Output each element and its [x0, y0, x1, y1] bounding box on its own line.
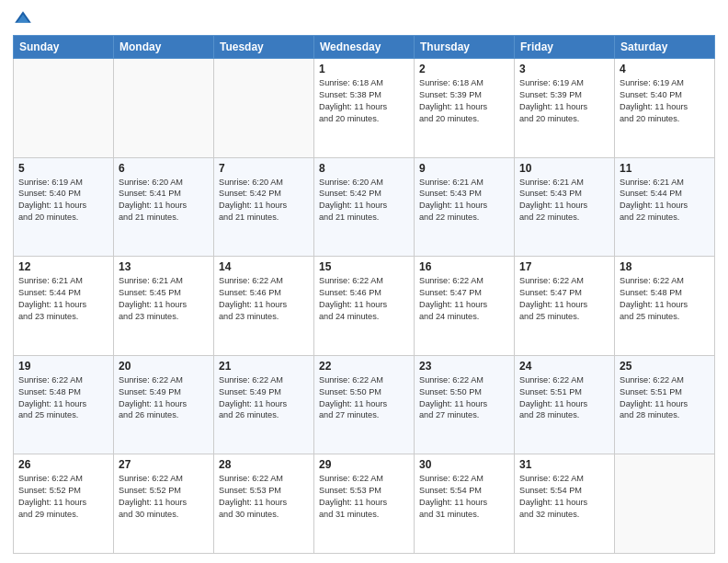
day-info: Sunrise: 6:22 AM Sunset: 5:51 PM Dayligh…: [519, 374, 609, 422]
calendar-header-row: SundayMondayTuesdayWednesdayThursdayFrid…: [14, 36, 715, 59]
calendar-cell: 31Sunrise: 6:22 AM Sunset: 5:54 PM Dayli…: [515, 454, 615, 554]
day-number: 23: [419, 360, 509, 373]
calendar-cell: [214, 59, 314, 158]
calendar-table: SundayMondayTuesdayWednesdayThursdayFrid…: [13, 35, 715, 554]
calendar-cell: 13Sunrise: 6:21 AM Sunset: 5:45 PM Dayli…: [114, 257, 214, 356]
day-number: 4: [620, 63, 710, 75]
calendar-cell: 16Sunrise: 6:22 AM Sunset: 5:47 PM Dayli…: [415, 257, 515, 356]
day-info: Sunrise: 6:21 AM Sunset: 5:45 PM Dayligh…: [119, 275, 209, 323]
calendar-cell: [14, 59, 114, 158]
calendar-cell: 24Sunrise: 6:22 AM Sunset: 5:51 PM Dayli…: [515, 355, 615, 454]
calendar-cell: 12Sunrise: 6:21 AM Sunset: 5:44 PM Dayli…: [14, 257, 114, 356]
logo-icon: [13, 9, 33, 29]
day-info: Sunrise: 6:18 AM Sunset: 5:38 PM Dayligh…: [319, 77, 409, 125]
day-number: 12: [18, 260, 108, 273]
calendar-cell: 28Sunrise: 6:22 AM Sunset: 5:53 PM Dayli…: [214, 454, 314, 554]
day-number: 31: [519, 458, 609, 471]
calendar-cell: 2Sunrise: 6:18 AM Sunset: 5:39 PM Daylig…: [415, 59, 515, 158]
day-number: 29: [319, 458, 409, 471]
day-number: 16: [419, 260, 509, 273]
day-number: 10: [519, 162, 609, 175]
day-number: 14: [219, 260, 309, 273]
calendar-cell: 1Sunrise: 6:18 AM Sunset: 5:38 PM Daylig…: [314, 59, 415, 158]
calendar-col-wednesday: Wednesday: [314, 36, 415, 59]
day-number: 8: [319, 162, 409, 175]
calendar-cell: 23Sunrise: 6:22 AM Sunset: 5:50 PM Dayli…: [415, 355, 515, 454]
day-number: 9: [419, 162, 509, 175]
day-number: 15: [319, 260, 409, 273]
calendar-cell: 27Sunrise: 6:22 AM Sunset: 5:52 PM Dayli…: [114, 454, 214, 554]
day-info: Sunrise: 6:21 AM Sunset: 5:44 PM Dayligh…: [620, 177, 710, 224]
calendar-col-saturday: Saturday: [615, 36, 715, 59]
calendar-cell: 5Sunrise: 6:19 AM Sunset: 5:40 PM Daylig…: [14, 157, 114, 257]
day-info: Sunrise: 6:22 AM Sunset: 5:52 PM Dayligh…: [18, 473, 108, 521]
calendar-col-monday: Monday: [114, 36, 214, 59]
calendar-col-tuesday: Tuesday: [214, 36, 314, 59]
day-info: Sunrise: 6:19 AM Sunset: 5:39 PM Dayligh…: [519, 77, 609, 125]
day-info: Sunrise: 6:22 AM Sunset: 5:46 PM Dayligh…: [319, 275, 409, 323]
calendar-cell: 8Sunrise: 6:20 AM Sunset: 5:42 PM Daylig…: [314, 157, 415, 257]
logo: [13, 9, 35, 29]
day-info: Sunrise: 6:20 AM Sunset: 5:42 PM Dayligh…: [319, 177, 409, 224]
day-info: Sunrise: 6:22 AM Sunset: 5:48 PM Dayligh…: [18, 374, 108, 422]
day-info: Sunrise: 6:22 AM Sunset: 5:49 PM Dayligh…: [119, 374, 209, 422]
day-info: Sunrise: 6:20 AM Sunset: 5:41 PM Dayligh…: [119, 177, 209, 224]
day-info: Sunrise: 6:18 AM Sunset: 5:39 PM Dayligh…: [419, 77, 509, 125]
calendar-cell: 26Sunrise: 6:22 AM Sunset: 5:52 PM Dayli…: [14, 454, 114, 554]
day-number: 5: [18, 162, 108, 175]
page: SundayMondayTuesdayWednesdayThursdayFrid…: [0, 0, 728, 563]
calendar-week-row: 1Sunrise: 6:18 AM Sunset: 5:38 PM Daylig…: [14, 59, 715, 158]
day-number: 25: [620, 360, 710, 373]
day-info: Sunrise: 6:22 AM Sunset: 5:47 PM Dayligh…: [419, 275, 509, 323]
calendar-cell: 18Sunrise: 6:22 AM Sunset: 5:48 PM Dayli…: [615, 257, 715, 356]
day-number: 21: [219, 360, 309, 373]
day-info: Sunrise: 6:22 AM Sunset: 5:53 PM Dayligh…: [319, 473, 409, 521]
day-info: Sunrise: 6:22 AM Sunset: 5:51 PM Dayligh…: [620, 374, 710, 422]
calendar-cell: 7Sunrise: 6:20 AM Sunset: 5:42 PM Daylig…: [214, 157, 314, 257]
day-number: 20: [119, 360, 209, 373]
day-number: 30: [419, 458, 509, 471]
day-number: 28: [219, 458, 309, 471]
calendar-cell: 3Sunrise: 6:19 AM Sunset: 5:39 PM Daylig…: [515, 59, 615, 158]
day-info: Sunrise: 6:22 AM Sunset: 5:52 PM Dayligh…: [119, 473, 209, 521]
day-number: 2: [419, 63, 509, 75]
day-info: Sunrise: 6:20 AM Sunset: 5:42 PM Dayligh…: [219, 177, 309, 224]
day-info: Sunrise: 6:22 AM Sunset: 5:50 PM Dayligh…: [419, 374, 509, 422]
day-info: Sunrise: 6:22 AM Sunset: 5:50 PM Dayligh…: [319, 374, 409, 422]
day-info: Sunrise: 6:21 AM Sunset: 5:43 PM Dayligh…: [419, 177, 509, 224]
day-info: Sunrise: 6:22 AM Sunset: 5:46 PM Dayligh…: [219, 275, 309, 323]
calendar-cell: 17Sunrise: 6:22 AM Sunset: 5:47 PM Dayli…: [515, 257, 615, 356]
calendar-cell: 25Sunrise: 6:22 AM Sunset: 5:51 PM Dayli…: [615, 355, 715, 454]
day-number: 22: [319, 360, 409, 373]
day-number: 24: [519, 360, 609, 373]
calendar-cell: 22Sunrise: 6:22 AM Sunset: 5:50 PM Dayli…: [314, 355, 415, 454]
calendar-cell: 19Sunrise: 6:22 AM Sunset: 5:48 PM Dayli…: [14, 355, 114, 454]
day-number: 3: [519, 63, 609, 75]
day-info: Sunrise: 6:21 AM Sunset: 5:44 PM Dayligh…: [18, 275, 108, 323]
calendar-cell: 20Sunrise: 6:22 AM Sunset: 5:49 PM Dayli…: [114, 355, 214, 454]
day-info: Sunrise: 6:19 AM Sunset: 5:40 PM Dayligh…: [620, 77, 710, 125]
day-number: 1: [319, 63, 409, 75]
day-info: Sunrise: 6:22 AM Sunset: 5:54 PM Dayligh…: [419, 473, 509, 521]
day-number: 6: [119, 162, 209, 175]
calendar-cell: [615, 454, 715, 554]
day-number: 13: [119, 260, 209, 273]
day-info: Sunrise: 6:19 AM Sunset: 5:40 PM Dayligh…: [18, 177, 108, 224]
day-number: 18: [620, 260, 710, 273]
calendar-col-sunday: Sunday: [14, 36, 114, 59]
day-number: 11: [620, 162, 710, 175]
calendar-cell: 4Sunrise: 6:19 AM Sunset: 5:40 PM Daylig…: [615, 59, 715, 158]
day-info: Sunrise: 6:22 AM Sunset: 5:47 PM Dayligh…: [519, 275, 609, 323]
day-number: 19: [18, 360, 108, 373]
header: [13, 9, 715, 29]
day-number: 26: [18, 458, 108, 471]
calendar-cell: 10Sunrise: 6:21 AM Sunset: 5:43 PM Dayli…: [515, 157, 615, 257]
calendar-cell: 15Sunrise: 6:22 AM Sunset: 5:46 PM Dayli…: [314, 257, 415, 356]
calendar-cell: 29Sunrise: 6:22 AM Sunset: 5:53 PM Dayli…: [314, 454, 415, 554]
day-number: 7: [219, 162, 309, 175]
calendar-cell: 14Sunrise: 6:22 AM Sunset: 5:46 PM Dayli…: [214, 257, 314, 356]
calendar-cell: 6Sunrise: 6:20 AM Sunset: 5:41 PM Daylig…: [114, 157, 214, 257]
calendar-week-row: 26Sunrise: 6:22 AM Sunset: 5:52 PM Dayli…: [14, 454, 715, 554]
day-info: Sunrise: 6:22 AM Sunset: 5:54 PM Dayligh…: [519, 473, 609, 521]
calendar-week-row: 12Sunrise: 6:21 AM Sunset: 5:44 PM Dayli…: [14, 257, 715, 356]
